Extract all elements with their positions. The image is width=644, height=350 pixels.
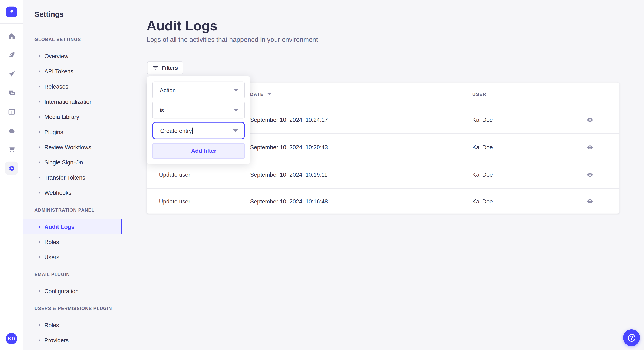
sidebar-item-up-roles[interactable]: Roles xyxy=(24,318,122,333)
sidebar-section-global-settings: GLOBAL SETTINGS Overview API Tokens Rele… xyxy=(24,37,122,200)
sidebar-item-label: Webhooks xyxy=(44,189,71,196)
sidebar-item-label: Internationalization xyxy=(44,98,93,105)
question-circle-icon xyxy=(626,333,636,343)
help-button[interactable] xyxy=(623,329,640,346)
sidebar-item-label: Review Workflows xyxy=(44,144,91,150)
sidebar-item-review-workflows[interactable]: Review Workflows xyxy=(24,140,122,155)
cell-action: Update user xyxy=(147,198,250,204)
plus-icon xyxy=(181,148,188,154)
settings-sidebar: Settings GLOBAL SETTINGS Overview API To… xyxy=(24,0,122,350)
sidebar-item-label: Audit Logs xyxy=(44,223,74,230)
sidebar-item-label: Media Library xyxy=(44,113,79,120)
view-log-button[interactable] xyxy=(583,113,596,126)
filters-button[interactable]: Filters xyxy=(147,61,183,74)
cell-date: September 10, 2024, 10:19:11 xyxy=(250,172,472,178)
filter-value-text: Create entry xyxy=(160,127,192,134)
sidebar-item-label: Users xyxy=(44,254,60,260)
bullet-icon xyxy=(38,226,40,227)
bullet-icon xyxy=(38,146,40,148)
cloud-icon[interactable] xyxy=(5,124,18,137)
table-row[interactable]: Update user September 10, 2024, 10:19:11… xyxy=(147,161,620,188)
sidebar-item-api-tokens[interactable]: API Tokens xyxy=(24,64,122,79)
filters-button-label: Filters xyxy=(162,65,178,71)
cell-user: Kai Doe xyxy=(472,198,571,204)
bullet-icon xyxy=(38,324,40,326)
settings-gear-icon[interactable] xyxy=(5,162,18,175)
strapi-logo-icon[interactable] xyxy=(6,6,17,17)
media-library-icon[interactable] xyxy=(5,86,18,99)
bullet-icon xyxy=(38,85,40,87)
sidebar-item-media-library[interactable]: Media Library xyxy=(24,109,122,124)
marketplace-cart-icon[interactable] xyxy=(5,143,18,156)
bullet-icon xyxy=(38,116,40,118)
bullet-icon xyxy=(38,70,40,72)
main-content: Audit Logs Logs of all the activities th… xyxy=(122,0,644,350)
caret-down-icon xyxy=(233,88,238,92)
add-filter-label: Add filter xyxy=(191,148,216,154)
sidebar-item-plugins[interactable]: Plugins xyxy=(24,124,122,139)
sidebar-divider xyxy=(34,26,44,26)
sidebar-item-users[interactable]: Users xyxy=(24,249,122,265)
column-header-date-label: DATE xyxy=(250,92,264,97)
sidebar-item-releases[interactable]: Releases xyxy=(24,79,122,94)
strapi-logo-glyph xyxy=(8,8,15,15)
page-subtitle: Logs of all the activities that happened… xyxy=(147,36,318,44)
bullet-icon xyxy=(38,55,40,57)
section-label: GLOBAL SETTINGS xyxy=(24,37,122,42)
sidebar-item-roles[interactable]: Roles xyxy=(24,234,122,249)
sidebar-item-overview[interactable]: Overview xyxy=(24,48,122,64)
sidebar-item-label: Releases xyxy=(44,83,68,90)
cell-user: Kai Doe xyxy=(472,117,571,123)
sidebar-item-audit-logs[interactable]: Audit Logs xyxy=(24,219,122,234)
filter-operator-select[interactable]: is xyxy=(152,102,245,118)
filter-lines-icon xyxy=(152,65,158,71)
app-viewport: KD Settings GLOBAL SETTINGS Overview API… xyxy=(0,0,644,350)
sidebar-item-webhooks[interactable]: Webhooks xyxy=(24,185,122,200)
bullet-icon xyxy=(38,192,40,193)
cell-user: Kai Doe xyxy=(472,144,571,151)
bullet-icon xyxy=(38,290,40,292)
sidebar-item-configuration[interactable]: Configuration xyxy=(24,283,122,299)
bullet-icon xyxy=(38,256,40,258)
send-icon[interactable] xyxy=(5,67,18,80)
table-row[interactable]: Update user September 10, 2024, 10:16:48… xyxy=(147,188,620,214)
filter-field-select[interactable]: Action xyxy=(152,82,245,98)
filter-value-select[interactable]: Create entry xyxy=(152,122,245,140)
icon-rail: KD xyxy=(0,0,24,350)
cell-date: September 10, 2024, 10:24:17 xyxy=(250,117,472,123)
view-log-button[interactable] xyxy=(583,168,596,181)
filter-field-value: Action xyxy=(160,87,176,93)
sidebar-item-label: Providers xyxy=(44,337,68,344)
sidebar-item-providers[interactable]: Providers xyxy=(24,333,122,348)
cell-action: Update user xyxy=(147,172,250,178)
sidebar-section-administration-panel: ADMINISTRATION PANEL Audit Logs Roles Us… xyxy=(24,207,122,265)
sidebar-item-label: API Tokens xyxy=(44,68,73,74)
view-log-button[interactable] xyxy=(583,141,596,154)
sidebar-item-label: Overview xyxy=(44,53,68,59)
cell-user: Kai Doe xyxy=(472,172,571,178)
caret-down-icon xyxy=(233,129,238,132)
sidebar-item-label: Roles xyxy=(44,322,59,328)
feather-icon[interactable] xyxy=(5,48,18,62)
add-filter-button[interactable]: Add filter xyxy=(152,143,245,159)
sidebar-section-users-permissions-plugin: USERS & PERMISSIONS PLUGIN Roles Provide… xyxy=(24,306,122,348)
filter-popover: Action is Create entry Add filter xyxy=(147,76,250,164)
view-log-button[interactable] xyxy=(583,194,596,208)
column-header-date[interactable]: DATE xyxy=(250,92,472,97)
sidebar-item-internationalization[interactable]: Internationalization xyxy=(24,94,122,109)
rail-user-area: KD xyxy=(0,327,23,350)
sidebar-item-transfer-tokens[interactable]: Transfer Tokens xyxy=(24,170,122,185)
sidebar-item-label: Configuration xyxy=(44,288,78,294)
home-icon[interactable] xyxy=(5,29,18,43)
layout-icon[interactable] xyxy=(5,105,18,118)
sidebar-item-single-sign-on[interactable]: Single Sign-On xyxy=(24,155,122,170)
avatar[interactable]: KD xyxy=(6,333,17,344)
cell-date: September 10, 2024, 10:20:43 xyxy=(250,144,472,151)
bullet-icon xyxy=(38,339,40,341)
bullet-icon xyxy=(38,101,40,102)
cell-date: September 10, 2024, 10:16:48 xyxy=(250,198,472,204)
rail-nav xyxy=(0,24,23,175)
sidebar-section-email-plugin: EMAIL PLUGIN Configuration xyxy=(24,272,122,299)
bullet-icon xyxy=(38,241,40,243)
sidebar-item-label: Transfer Tokens xyxy=(44,174,85,181)
